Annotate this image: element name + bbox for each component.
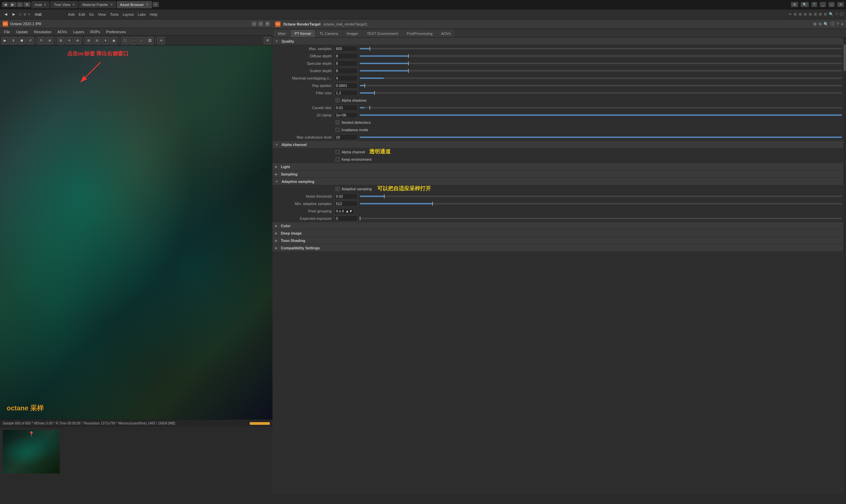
os-tab-materialpalette[interactable]: Material Palette ✕ <box>79 1 116 8</box>
prop-max-samples-input[interactable] <box>334 46 358 52</box>
prop-min-adaptive-input[interactable] <box>334 201 358 207</box>
prop-specular-depth-slider[interactable] <box>360 63 842 64</box>
ipr-btn-grid2[interactable]: ⊟ <box>93 37 101 44</box>
ipr-btn-zoom[interactable]: ⊕ <box>46 37 53 44</box>
tab-pt-kernel[interactable]: PT Kernel <box>291 30 315 37</box>
nav-fwd-btn[interactable]: ▶ <box>10 2 16 7</box>
ipr-btn-refresh[interactable]: ↺ <box>26 37 34 44</box>
prop-diffuse-depth-slider[interactable] <box>360 55 842 57</box>
header-search-icon[interactable]: 🔍 <box>824 22 829 26</box>
prop-expected-exposure-input[interactable] <box>334 215 358 221</box>
os-tab-treeview-close[interactable]: ✕ <box>72 3 75 6</box>
section-light[interactable]: ▶ Light <box>272 163 843 170</box>
scrollbar-thumb[interactable] <box>844 44 846 71</box>
ipr-btn-settings[interactable]: ⚙ <box>264 37 271 44</box>
header-help-icon[interactable]: ? <box>836 22 839 26</box>
ipr-menu-layers[interactable]: Layers <box>71 29 87 35</box>
ipr-menu-resolution[interactable]: Resolution <box>31 29 54 35</box>
prop-max-subdiv-slider[interactable] <box>360 137 842 138</box>
prop-maximal-overlap-input[interactable] <box>334 75 358 81</box>
ipr-btn-octagon[interactable]: ⬡ <box>121 37 128 44</box>
ipr-btn-arrow[interactable]: ✛ <box>157 37 165 44</box>
os-tab-treeview[interactable]: Tree View ✕ <box>50 1 78 8</box>
ipr-menu-rops[interactable]: ROPs <box>88 29 103 35</box>
toolbar-back-btn[interactable]: ◀ <box>3 12 9 17</box>
menu-help[interactable]: Help <box>148 12 159 17</box>
prop-caustic-blur-input[interactable] <box>334 105 358 111</box>
window-minimize-btn[interactable]: _ <box>820 2 826 7</box>
os-tab-mat-close[interactable]: ✕ <box>43 3 46 6</box>
ipr-menu-aovs[interactable]: AOVs <box>55 29 70 35</box>
prop-max-samples-slider[interactable] <box>360 48 842 49</box>
prop-noise-threshold-slider[interactable] <box>360 196 842 197</box>
prop-adaptive-sampling-check[interactable]: ✓ <box>336 187 340 191</box>
prop-gi-clamp-slider[interactable] <box>360 114 842 116</box>
ipr-btn-sun[interactable]: ☀ <box>66 37 73 44</box>
tab-postprocessing[interactable]: PostProcessing <box>403 30 436 37</box>
prop-ray-epsilon-input[interactable] <box>334 83 358 89</box>
window-maximize-btn[interactable]: □ <box>829 2 834 7</box>
menu-tools[interactable]: Tools <box>108 12 121 17</box>
ipr-btn-circle[interactable]: ◉ <box>110 37 118 44</box>
ipr-btn-pause[interactable]: ⏸ <box>10 37 17 44</box>
section-quality[interactable]: ▼ Quality <box>272 38 843 45</box>
section-alpha-channel[interactable]: ▼ Alpha channel <box>272 141 843 148</box>
ipr-btn-frame[interactable]: ⊞ <box>57 37 65 44</box>
section-color[interactable]: ▶ Color <box>272 222 843 230</box>
menu-layout[interactable]: Layout <box>121 12 135 17</box>
prop-filter-size-slider[interactable] <box>360 92 842 94</box>
nav-back-btn[interactable]: ◀ <box>2 2 9 7</box>
header-info-icon[interactable]: ⓘ <box>831 21 834 27</box>
new-tab-btn[interactable]: + <box>153 2 159 7</box>
menu-add[interactable]: Add <box>67 12 76 17</box>
menu-edit[interactable]: Edit <box>77 12 87 17</box>
prop-noise-threshold-input[interactable] <box>334 193 358 199</box>
ipr-close-btn[interactable]: ✕ <box>265 21 270 26</box>
header-h-icon[interactable]: H <box>819 22 822 26</box>
prop-scatter-depth-slider[interactable] <box>360 70 842 71</box>
prop-scatter-depth-input[interactable] <box>334 68 358 74</box>
os-tab-mat[interactable]: /mat ✕ <box>31 1 50 8</box>
prop-maximal-overlap-slider[interactable] <box>360 77 842 79</box>
panel-content[interactable]: ▼ Quality Max. samples Diffuse depth <box>272 38 843 494</box>
ipr-btn-adjust[interactable]: ⊗ <box>74 37 81 44</box>
header-settings2-icon[interactable]: ≡ <box>841 22 843 26</box>
tab-aovs[interactable]: AOVs <box>437 30 455 37</box>
ipr-btn-sun2[interactable]: ☀ <box>102 37 109 44</box>
ipr-btn-play[interactable]: ▶ <box>1 37 9 44</box>
ipr-btn-home[interactable]: ⌂ <box>138 37 145 44</box>
ipr-btn-stop[interactable]: ⏹ <box>18 37 25 44</box>
prop-specular-depth-input[interactable] <box>334 60 358 67</box>
ipr-restore-btn[interactable]: □ <box>258 21 263 26</box>
ipr-btn-dots[interactable]: ⋯ <box>129 37 137 44</box>
toolbar-fwd-btn[interactable]: ▶ <box>11 12 17 17</box>
section-compatibility[interactable]: ▶ Compatibility Settings <box>272 244 843 252</box>
header-gear-icon[interactable]: ⚙ <box>813 22 817 26</box>
tab-tl-camera[interactable]: TL Camera <box>316 30 342 37</box>
prop-expected-exposure-slider[interactable] <box>360 218 842 219</box>
os-tab-assetbrowser[interactable]: Asset Browser ✕ <box>117 1 152 8</box>
section-sampling[interactable]: ▶ Sampling <box>272 170 843 178</box>
prop-irradiance-check[interactable] <box>336 128 340 132</box>
os-tab-materialpalette-close[interactable]: ✕ <box>110 3 113 6</box>
window-info-btn[interactable]: ? <box>811 2 817 7</box>
right-panel-scrollbar[interactable] <box>843 38 846 494</box>
prop-keep-env-check[interactable] <box>336 157 340 161</box>
tab-imager[interactable]: Imager <box>343 30 362 37</box>
prop-diffuse-depth-input[interactable] <box>334 53 358 59</box>
ipr-menu-preferences[interactable]: Preferences <box>103 29 128 35</box>
ipr-minimize-btn[interactable]: — <box>252 21 256 26</box>
ipr-btn-refresh2[interactable]: ↻ <box>38 37 45 44</box>
prop-filter-size-input[interactable] <box>334 90 358 96</box>
prop-max-subdiv-input[interactable] <box>334 134 358 140</box>
prop-ray-epsilon-slider[interactable] <box>360 85 842 86</box>
ipr-menu-update[interactable]: Update <box>14 29 31 35</box>
prop-alpha-shadows-check[interactable]: ✓ <box>336 98 340 102</box>
nav-home-btn[interactable]: ⌂ <box>17 2 23 7</box>
menu-view[interactable]: View <box>96 12 108 17</box>
ipr-btn-grid[interactable]: ⊞ <box>85 37 92 44</box>
ipr-menu-file[interactable]: File <box>1 29 13 35</box>
section-toon-shading[interactable]: ▶ Toon Shading <box>272 237 843 244</box>
prop-alpha-channel-check[interactable] <box>336 150 340 154</box>
nav-gear-btn[interactable]: ⚙ <box>23 2 31 7</box>
